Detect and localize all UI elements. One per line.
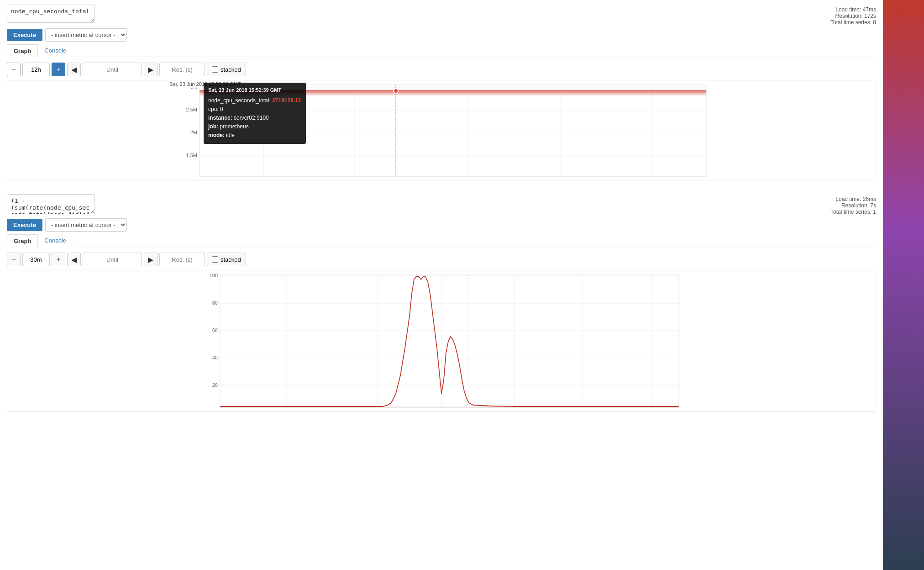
zoom-in-button-2[interactable]: +: [52, 253, 65, 266]
stacked-label-2: stacked: [220, 256, 241, 263]
stacked-button-2[interactable]: stacked: [207, 253, 246, 266]
sidebar-panel: [883, 0, 924, 570]
y-label-1-5m: 1.5M: [186, 153, 197, 158]
tab-graph-1[interactable]: Graph: [7, 44, 38, 57]
time-range-input-1[interactable]: [22, 63, 50, 76]
y-label-80: 80: [212, 300, 218, 306]
panel-1-meta: Load time: 47ms Resolution: 172s Total t…: [794, 5, 876, 26]
panel-2-top-row: (1 - (sum(rate(node_cpu_seconds_total{mo…: [7, 194, 876, 216]
execute-button-1[interactable]: Execute: [7, 29, 42, 41]
y-label-40: 40: [212, 355, 218, 360]
insert-metric-select-2[interactable]: - insert metric at cursor -: [45, 218, 127, 232]
panel-1-toolbar: Execute - insert metric at cursor -: [7, 28, 876, 42]
query-input-1[interactable]: node_cpu_seconds_total: [7, 5, 95, 23]
time-range-input-2[interactable]: [22, 253, 50, 266]
zoom-out-button-1[interactable]: −: [7, 63, 21, 76]
load-time-2: Load time: 26ms: [794, 196, 876, 202]
tab-console-1[interactable]: Console: [38, 44, 73, 57]
stacked-checkbox-2[interactable]: [212, 256, 218, 263]
total-series-1: Total time series: 8: [794, 19, 876, 26]
execute-button-2[interactable]: Execute: [7, 219, 42, 231]
panel-1: node_cpu_seconds_total Load time: 47ms R…: [7, 5, 876, 180]
tab-console-2[interactable]: Console: [38, 234, 73, 247]
total-series-2: Total time series: 1: [794, 209, 876, 215]
zoom-out-button-2[interactable]: −: [7, 253, 21, 266]
chart-svg-2: 100 80 60 40 20: [7, 270, 876, 412]
stacked-button-1[interactable]: stacked: [207, 63, 246, 76]
chart-svg-1: 3M 2.5M 2M 1.5M: [7, 80, 876, 181]
forward-button-2[interactable]: ▶: [144, 253, 158, 266]
forward-button-1[interactable]: ▶: [144, 63, 158, 76]
panel-1-top-row: node_cpu_seconds_total Load time: 47ms R…: [7, 5, 876, 26]
main-content: node_cpu_seconds_total Load time: 47ms R…: [0, 0, 883, 570]
panel-1-graph-controls: − + ◀ ▶ stacked: [7, 63, 876, 76]
res-input-2[interactable]: [159, 253, 205, 266]
stacked-label-1: stacked: [220, 66, 241, 73]
chart-container-1: 3M 2.5M 2M 1.5M: [7, 80, 876, 180]
resolution-2: Resolution: 7s: [794, 202, 876, 209]
chart-line-2: [220, 276, 679, 406]
y-label-60: 60: [212, 327, 218, 333]
page-wrapper: node_cpu_seconds_total Load time: 47ms R…: [0, 0, 924, 570]
panel-2-graph-controls: − + ◀ ▶ stacked: [7, 253, 876, 266]
panel-2: (1 - (sum(rate(node_cpu_seconds_total{mo…: [7, 194, 876, 412]
tab-graph-2[interactable]: Graph: [7, 234, 38, 247]
y-label-20: 20: [212, 382, 218, 388]
query-input-2[interactable]: (1 - (sum(rate(node_cpu_seconds_total{mo…: [7, 194, 95, 214]
svg-rect-25: [220, 275, 679, 407]
panel-1-tabs: Graph Console: [7, 44, 876, 57]
crosshair-time-label-1: Sat, 23 Jun 2018 15:52:39 GMT: [167, 80, 243, 88]
until-input-1[interactable]: [83, 63, 142, 76]
panel-1-top-left: node_cpu_seconds_total: [7, 5, 794, 24]
until-input-2[interactable]: [83, 253, 142, 266]
zoom-in-button-1[interactable]: +: [52, 63, 65, 76]
y-label-2-5m: 2.5M: [186, 107, 197, 112]
chart-container-2: 100 80 60 40 20: [7, 270, 876, 412]
y-label-100: 100: [210, 273, 218, 278]
svg-rect-11: [200, 85, 706, 176]
crosshair-dot-1: [394, 89, 398, 93]
res-input-1[interactable]: [159, 63, 205, 76]
panel-2-top-left: (1 - (sum(rate(node_cpu_seconds_total{mo…: [7, 194, 794, 216]
y-label-2m: 2M: [190, 130, 197, 135]
back-button-1[interactable]: ◀: [67, 63, 81, 76]
resolution-1: Resolution: 172s: [794, 13, 876, 19]
insert-metric-select-1[interactable]: - insert metric at cursor -: [45, 28, 127, 42]
load-time-1: Load time: 47ms: [794, 6, 876, 13]
panel-2-tabs: Graph Console: [7, 234, 876, 247]
back-button-2[interactable]: ◀: [67, 253, 81, 266]
panel-2-toolbar: Execute - insert metric at cursor -: [7, 218, 876, 232]
stacked-checkbox-1[interactable]: [212, 66, 218, 73]
panel-2-meta: Load time: 26ms Resolution: 7s Total tim…: [794, 194, 876, 215]
